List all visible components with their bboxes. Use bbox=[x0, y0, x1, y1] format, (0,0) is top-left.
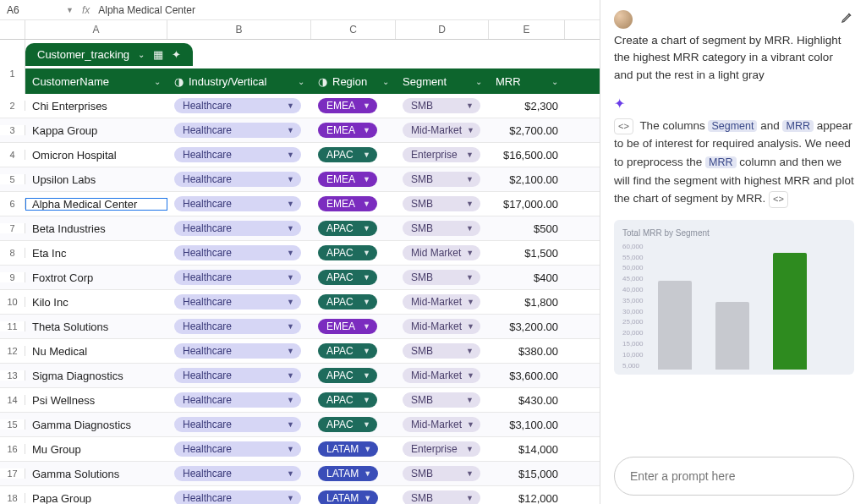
cell-customer-name[interactable]: Papa Group bbox=[25, 492, 167, 505]
industry-pill[interactable]: Healthcare▼ bbox=[174, 466, 301, 481]
chevron-down-icon[interactable]: ▼ bbox=[466, 396, 474, 404]
chevron-down-icon[interactable]: ▼ bbox=[287, 126, 294, 134]
chevron-down-icon[interactable]: ▼ bbox=[466, 445, 474, 453]
chevron-down-icon[interactable]: ▼ bbox=[363, 249, 370, 257]
cell-customer-name[interactable]: Sigma Diagnostics bbox=[25, 370, 167, 382]
chevron-down-icon[interactable]: ▼ bbox=[287, 175, 294, 184]
cell-reference[interactable]: A6 bbox=[7, 4, 58, 16]
industry-pill[interactable]: Healthcare▼ bbox=[174, 147, 301, 162]
industry-pill[interactable]: Healthcare▼ bbox=[174, 319, 301, 334]
cell-customer-name[interactable]: Gamma Solutions bbox=[25, 468, 167, 480]
row-number[interactable]: 12 bbox=[0, 346, 25, 356]
segment-pill[interactable]: Mid-Market▼ bbox=[403, 319, 480, 334]
row-number[interactable]: 18 bbox=[0, 493, 25, 503]
table-row[interactable]: 11Theta SolutionsHealthcare▼EMEA▼Mid-Mar… bbox=[0, 315, 600, 339]
chevron-down-icon[interactable]: ▼ bbox=[287, 420, 294, 429]
table-row[interactable]: 5Upsilon LabsHealthcare▼EMEA▼SMB▼$2,100.… bbox=[0, 167, 600, 192]
industry-pill[interactable]: Healthcare▼ bbox=[174, 123, 301, 138]
row-number[interactable]: 5 bbox=[0, 174, 25, 184]
cell-region[interactable]: EMEA▼ bbox=[311, 319, 396, 334]
chevron-down-icon[interactable]: ▼ bbox=[287, 396, 294, 404]
industry-pill[interactable]: Healthcare▼ bbox=[174, 196, 301, 211]
cell-region[interactable]: APAC▼ bbox=[311, 294, 396, 310]
cell-segment[interactable]: Enterprise▼ bbox=[396, 441, 489, 457]
cell-mrr[interactable]: $2,100.00 bbox=[489, 173, 565, 186]
region-pill[interactable]: LATAM▼ bbox=[318, 441, 378, 457]
table-row[interactable]: 14Psi WellnessHealthcare▼APAC▼SMB▼$430.0… bbox=[0, 388, 600, 413]
cell-segment[interactable]: Mid-Market▼ bbox=[396, 123, 489, 138]
table-row[interactable]: 16Mu GroupHealthcare▼LATAM▼Enterprise▼$1… bbox=[0, 437, 600, 462]
cell-mrr[interactable]: $3,100.00 bbox=[489, 419, 565, 431]
row-number[interactable]: 11 bbox=[0, 321, 25, 331]
cell-region[interactable]: LATAM▼ bbox=[311, 466, 396, 481]
segment-pill[interactable]: Mid-Market▼ bbox=[403, 417, 480, 432]
sparkle-icon[interactable]: ✦ bbox=[172, 48, 181, 61]
cell-customer-name[interactable]: Eta Inc bbox=[25, 247, 167, 260]
chevron-down-icon[interactable]: ▼ bbox=[467, 371, 474, 380]
cell-segment[interactable]: Mid Market▼ bbox=[396, 245, 489, 260]
region-pill[interactable]: APAC▼ bbox=[318, 270, 377, 285]
cell-industry[interactable]: Healthcare▼ bbox=[167, 123, 311, 138]
formula-value[interactable]: Alpha Medical Center bbox=[98, 4, 195, 16]
header-mrr[interactable]: MRR⌄ bbox=[489, 75, 565, 88]
column-header-e[interactable]: E bbox=[489, 20, 565, 39]
row-number[interactable]: 3 bbox=[0, 125, 25, 135]
cell-mrr[interactable]: $500 bbox=[489, 222, 565, 235]
row-number[interactable]: 14 bbox=[0, 395, 25, 405]
cell-customer-name[interactable]: Theta Solutions bbox=[25, 320, 167, 333]
chevron-down-icon[interactable]: ⌄ bbox=[551, 77, 558, 86]
cell-region[interactable]: APAC▼ bbox=[311, 245, 396, 260]
cell-mrr[interactable]: $1,800 bbox=[489, 296, 565, 309]
cell-mrr[interactable]: $15,000 bbox=[489, 468, 565, 480]
industry-pill[interactable]: Healthcare▼ bbox=[174, 172, 301, 187]
table-row[interactable]: 6Alpha Medical CenterHealthcare▼EMEA▼SMB… bbox=[0, 192, 600, 216]
chevron-down-icon[interactable]: ▼ bbox=[363, 371, 370, 380]
cell-industry[interactable]: Healthcare▼ bbox=[167, 172, 311, 187]
chevron-down-icon[interactable]: ▼ bbox=[364, 494, 371, 502]
cell-customer-name[interactable]: Upsilon Labs bbox=[25, 173, 167, 186]
row-number[interactable]: 15 bbox=[0, 419, 25, 430]
cell-industry[interactable]: Healthcare▼ bbox=[167, 417, 311, 432]
chevron-down-icon[interactable]: ▼ bbox=[466, 175, 474, 184]
chevron-down-icon[interactable]: ▼ bbox=[364, 445, 371, 453]
region-pill[interactable]: EMEA▼ bbox=[318, 123, 377, 138]
cell-mrr[interactable]: $380.00 bbox=[489, 345, 565, 358]
cell-customer-name[interactable]: Alpha Medical Center bbox=[25, 198, 167, 211]
cell-mrr[interactable]: $17,000.00 bbox=[489, 198, 565, 211]
row-number[interactable]: 2 bbox=[0, 101, 25, 111]
cell-segment[interactable]: Mid-Market▼ bbox=[396, 294, 489, 310]
cell-mrr[interactable]: $14,000 bbox=[489, 443, 565, 456]
cell-industry[interactable]: Healthcare▼ bbox=[167, 196, 311, 211]
segment-pill[interactable]: SMB▼ bbox=[403, 221, 480, 236]
region-pill[interactable]: APAC▼ bbox=[318, 294, 377, 310]
row-number[interactable]: 17 bbox=[0, 468, 25, 479]
cell-industry[interactable]: Healthcare▼ bbox=[167, 245, 311, 260]
cell-mrr[interactable]: $430.00 bbox=[489, 394, 565, 407]
cell-segment[interactable]: Mid-Market▼ bbox=[396, 417, 489, 432]
cell-region[interactable]: APAC▼ bbox=[311, 221, 396, 236]
segment-pill[interactable]: SMB▼ bbox=[403, 196, 480, 211]
chevron-down-icon[interactable]: ▼ bbox=[363, 224, 370, 233]
cell-segment[interactable]: SMB▼ bbox=[396, 392, 489, 408]
chevron-down-icon[interactable]: ▼ bbox=[363, 126, 370, 134]
cell-segment[interactable]: SMB▼ bbox=[396, 343, 489, 359]
chevron-down-icon[interactable]: ▼ bbox=[66, 6, 74, 14]
industry-pill[interactable]: Healthcare▼ bbox=[174, 343, 301, 359]
region-pill[interactable]: LATAM▼ bbox=[318, 490, 378, 504]
row-number[interactable]: 4 bbox=[0, 150, 25, 160]
cell-mrr[interactable]: $2,300 bbox=[489, 100, 565, 112]
cell-mrr[interactable]: $2,700.00 bbox=[489, 124, 565, 137]
segment-pill[interactable]: Mid-Market▼ bbox=[403, 368, 480, 383]
cell-region[interactable]: EMEA▼ bbox=[311, 98, 396, 113]
row-number[interactable]: 9 bbox=[0, 272, 25, 282]
chevron-down-icon[interactable]: ⌄ bbox=[154, 77, 161, 86]
cell-industry[interactable]: Healthcare▼ bbox=[167, 466, 311, 481]
cell-customer-name[interactable]: Nu Medical bbox=[25, 345, 167, 358]
user-avatar[interactable] bbox=[614, 10, 633, 29]
chevron-down-icon[interactable]: ▼ bbox=[287, 347, 294, 355]
cell-segment[interactable]: SMB▼ bbox=[396, 466, 489, 481]
cell-customer-name[interactable]: Beta Industries bbox=[25, 222, 167, 235]
chevron-down-icon[interactable]: ▼ bbox=[287, 224, 294, 233]
cell-region[interactable]: APAC▼ bbox=[311, 392, 396, 408]
row-number-1[interactable]: 1 bbox=[0, 68, 25, 94]
